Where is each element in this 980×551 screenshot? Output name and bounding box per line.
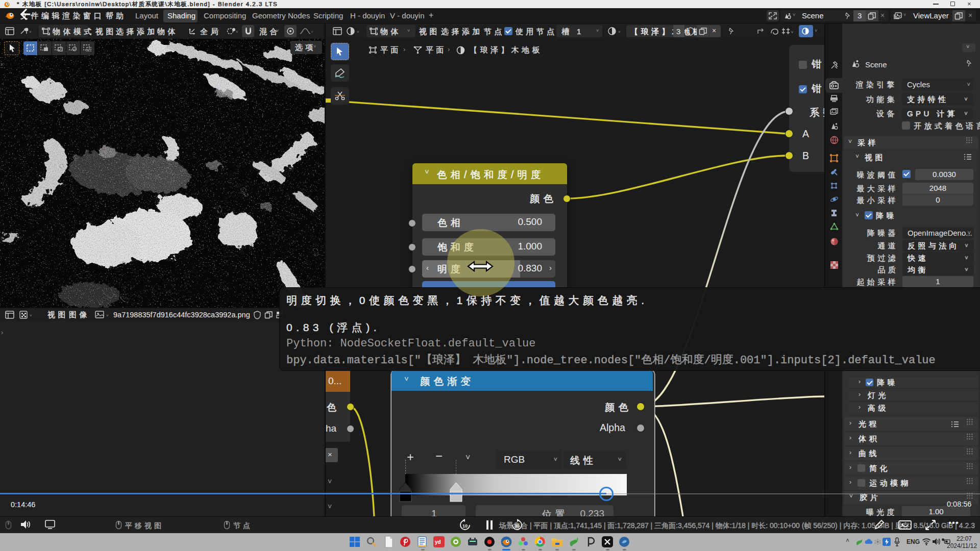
svg-text:yd: yd — [435, 539, 441, 545]
svg-text:˅: ˅ — [618, 30, 621, 34]
svg-text:v: v — [791, 30, 793, 34]
svg-text:30: 30 — [514, 523, 520, 529]
svg-text:˅: ˅ — [30, 313, 32, 318]
svg-text:˅: ˅ — [236, 30, 238, 34]
svg-text:˅: ˅ — [106, 313, 109, 318]
svg-text:˅: ˅ — [29, 30, 32, 34]
svg-text:10: 10 — [462, 523, 468, 529]
svg-text:˅: ˅ — [357, 30, 359, 34]
svg-text:˅: ˅ — [311, 30, 313, 34]
